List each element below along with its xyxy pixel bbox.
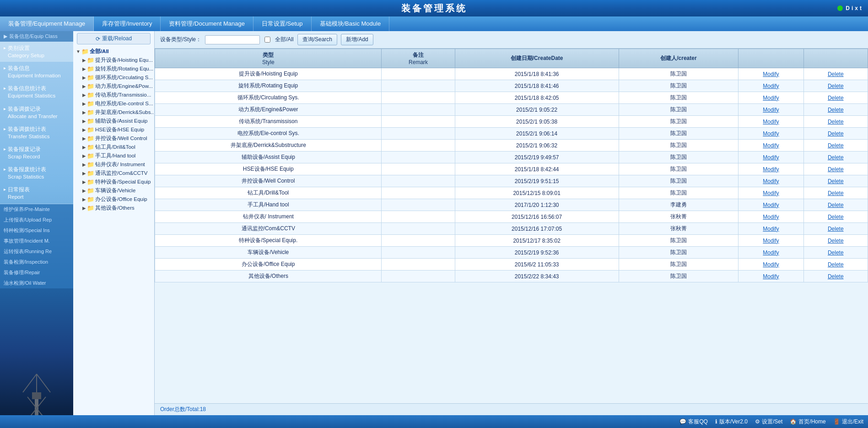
nav-item-setup[interactable]: 日常设置/Setup [253, 16, 312, 31]
sidebar-item-repair[interactable]: 装备修理/Repair [0, 267, 73, 278]
sidebar-item-inspection[interactable]: 装备检测/Inspection [0, 257, 73, 267]
sidebar-item-special-ins[interactable]: 特种检测/Special Ins [0, 225, 73, 236]
search-button[interactable]: 查询/Search [297, 34, 337, 45]
modify-link[interactable]: Modify [739, 92, 803, 104]
delete-link[interactable]: Delete [803, 259, 868, 271]
cell-remark [382, 140, 455, 152]
add-button[interactable]: 新增/Add [341, 34, 373, 45]
modify-link[interactable]: Modify [739, 271, 803, 282]
nav-item-basic[interactable]: 基础模块/Basic Module [312, 16, 390, 31]
status-settings[interactable]: ⚙ 设置/Set [755, 418, 782, 426]
tree-panel: ⟳ 重载/Reload ▼ 📁 全部/All ▶ 📁 提升设备/Hoisting… [73, 31, 155, 415]
status-home[interactable]: 🏠 首页/Home [790, 418, 825, 426]
delete-link[interactable]: Delete [803, 211, 868, 223]
delete-link[interactable]: Delete [803, 187, 868, 199]
tree-node-cctv[interactable]: ▶ 📁 通讯监控/Com&CCTV [81, 169, 152, 178]
delete-link[interactable]: Delete [803, 104, 868, 116]
sidebar-item-scrap-stats[interactable]: ▸ 装备报废统计表Scrap Statistics [0, 163, 73, 183]
tree-node-wellcontrol[interactable]: ▶ 📁 井控设备/Well Control [81, 134, 152, 143]
delete-link[interactable]: Delete [803, 140, 868, 152]
modify-link[interactable]: Modify [739, 187, 803, 199]
all-checkbox[interactable] [264, 37, 270, 43]
status-version[interactable]: ℹ 版本/Ver2.0 [715, 418, 748, 426]
tree-node-rotating[interactable]: ▶ 📁 旋转系统/Rotating Equ... [81, 65, 152, 73]
sidebar-item-label: 特种检测/Special Ins [4, 227, 50, 234]
tree-node-vehicle[interactable]: ▶ 📁 车辆设备/Vehicle [81, 186, 152, 195]
sidebar-item-upload[interactable]: 上传报表/Upload Rep [0, 215, 73, 225]
tree-node-label: 通讯监控/Com&CCTV [95, 170, 147, 177]
delete-link[interactable]: Delete [803, 271, 868, 282]
tree-node-drill[interactable]: ▶ 📁 钻工具/Drill&Tool [81, 143, 152, 152]
sidebar-item-equip-stats[interactable]: ▸ 装备信息统计表Equipment Statistics [0, 82, 73, 102]
modify-link[interactable]: Modify [739, 128, 803, 140]
sidebar-item-label: 类别设置Category Setup [8, 44, 44, 59]
modify-link[interactable]: Modify [739, 247, 803, 259]
cell-style: 循环系统/Circulating Sys. [155, 92, 382, 104]
modify-link[interactable]: Modify [739, 104, 803, 116]
modify-link[interactable]: Modify [739, 199, 803, 211]
tree-node-transmiss[interactable]: ▶ 📁 传动系统/Transmissio... [81, 91, 152, 99]
cell-createdate: 2015/6/2 11:05:33 [455, 259, 619, 271]
modify-link[interactable]: Modify [739, 116, 803, 128]
modify-link[interactable]: Modify [739, 235, 803, 247]
status-exit[interactable]: 🚪 退出/Exit [833, 418, 863, 426]
modify-link[interactable]: Modify [739, 140, 803, 152]
tree-node-hse[interactable]: ▶ 📁 HSE设备/HSE Equip [81, 125, 152, 134]
cell-style: 电控系统/Ele-control Sys. [155, 128, 382, 140]
modify-link[interactable]: Modify [739, 163, 803, 175]
sidebar-item-equipment-info[interactable]: ▸ 装备信息Equipment Information [0, 62, 73, 82]
expand-icon: ▶ [82, 84, 86, 89]
status-qq[interactable]: 💬 客服QQ [679, 418, 708, 426]
reload-button[interactable]: ⟳ 重载/Reload [77, 33, 151, 44]
tree-node-derrick[interactable]: ▶ 📁 井架底座/Derrick&Subs... [81, 108, 152, 117]
modify-link[interactable]: Modify [739, 223, 803, 235]
sidebar-item-report[interactable]: ▸ 日常报表Report [0, 183, 73, 203]
tree-node-root[interactable]: ▼ 📁 全部/All [75, 47, 152, 56]
folder-icon: 📁 [87, 92, 94, 98]
delete-link[interactable]: Delete [803, 80, 868, 92]
tree-root-label: 全部/All [90, 48, 109, 55]
modify-link[interactable]: Modify [739, 259, 803, 271]
delete-link[interactable]: Delete [803, 223, 868, 235]
tree-node-hoisting[interactable]: ▶ 📁 提升设备/Hoisting Equ... [81, 56, 152, 65]
sidebar-item-oil-water[interactable]: 油水检测/Oil Water [0, 278, 73, 288]
tree-node-elecontrol[interactable]: ▶ 📁 电控系统/Ele-control S... [81, 99, 152, 108]
table-total: Order总数/Total:18 [160, 406, 206, 412]
delete-link[interactable]: Delete [803, 247, 868, 259]
modify-link[interactable]: Modify [739, 175, 803, 187]
modify-link[interactable]: Modify [739, 152, 803, 163]
tree-node-circulating[interactable]: ▶ 📁 循环系统/Circulating S... [81, 73, 152, 82]
modify-link[interactable]: Modify [739, 68, 803, 80]
delete-link[interactable]: Delete [803, 175, 868, 187]
delete-link[interactable]: Delete [803, 163, 868, 175]
delete-link[interactable]: Delete [803, 68, 868, 80]
style-input[interactable] [205, 35, 260, 44]
modify-link[interactable]: Modify [739, 211, 803, 223]
nav-item-equipment[interactable]: 装备管理/Equipment Manage [0, 16, 94, 31]
sidebar-group-equip-class[interactable]: ▶ 装备信息/Equip Class [0, 31, 73, 42]
delete-link[interactable]: Delete [803, 235, 868, 247]
tree-node-instrument[interactable]: ▶ 📁 钻井仪表/ Instrument [81, 160, 152, 169]
sidebar-item-pre-mainte[interactable]: 维护保养/Pre-Mainte [0, 204, 73, 215]
delete-link[interactable]: Delete [803, 128, 868, 140]
sidebar-item-allocate[interactable]: ▸ 装备调拨记录Allocate and Transfer [0, 103, 73, 123]
tree-node-special[interactable]: ▶ 📁 特种设备/Special Equip [81, 178, 152, 186]
sidebar-item-scrap-record[interactable]: ▸ 装备报废记录Scrap Record [0, 143, 73, 163]
tree-node-others[interactable]: ▶ 📁 其他设备/Others [81, 204, 152, 212]
tree-node-hand[interactable]: ▶ 📁 手工具/Hand tool [81, 152, 152, 160]
tree-node-office[interactable]: ▶ 📁 办公设备/Office Equip [81, 195, 152, 204]
modify-link[interactable]: Modify [739, 80, 803, 92]
delete-link[interactable]: Delete [803, 199, 868, 211]
sidebar-item-transfer-stats[interactable]: ▸ 装备调拨统计表Transfer Statistics [0, 123, 73, 143]
nav-item-document[interactable]: 资料管理/Document Manage [161, 16, 253, 31]
delete-link[interactable]: Delete [803, 116, 868, 128]
sidebar-item-incident[interactable]: 事故管理/Incident M. [0, 236, 73, 246]
table-row: 车辆设备/Vehicle 2015/2/19 9:52:36 陈卫国 Modif… [155, 247, 868, 259]
delete-link[interactable]: Delete [803, 92, 868, 104]
tree-node-assist[interactable]: ▶ 📁 辅助设备/Assist Equip [81, 117, 152, 125]
sidebar-item-category-setup[interactable]: ▸ 类别设置Category Setup [0, 42, 73, 62]
nav-item-inventory[interactable]: 库存管理/Inventory [94, 16, 161, 31]
tree-node-engine[interactable]: ▶ 📁 动力系统/Engine&Pow... [81, 82, 152, 91]
sidebar-item-running[interactable]: 运转报表/Running Re [0, 246, 73, 257]
delete-link[interactable]: Delete [803, 152, 868, 163]
